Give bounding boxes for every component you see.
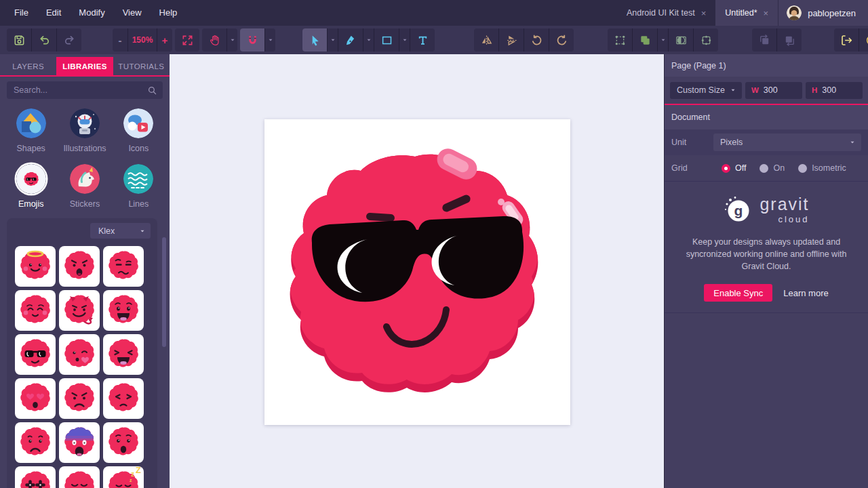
unit-select[interactable]: Pixels <box>713 134 861 151</box>
emoji-content[interactable] <box>15 290 56 331</box>
duplicate-down-button <box>776 28 802 52</box>
present-button[interactable] <box>859 28 868 52</box>
workspace: LAYERSLIBRARIESTUTORIALS ShapesIllustrat… <box>0 54 868 488</box>
zoom-in-button[interactable]: + <box>157 28 172 52</box>
menu-file[interactable]: File <box>5 0 37 26</box>
height-field[interactable]: H 300 <box>806 82 863 99</box>
union-dropdown[interactable] <box>657 28 668 52</box>
hand-dropdown[interactable] <box>226 28 237 52</box>
emoji-angry[interactable] <box>59 378 100 419</box>
mask-icon <box>675 34 688 47</box>
flip-vertical-button[interactable] <box>498 28 524 52</box>
emoji-sad[interactable] <box>15 422 56 463</box>
icons-category-icon <box>123 108 153 138</box>
emoji-laughing[interactable] <box>103 290 144 331</box>
tab-libraries[interactable]: LIBRARIES <box>56 57 113 75</box>
grid-option-isometric[interactable]: Isometric <box>798 163 846 173</box>
canvas-area[interactable] <box>170 54 664 488</box>
flip-horizontal-button[interactable] <box>474 28 498 52</box>
flip-horizontal-icon <box>480 34 493 47</box>
document-tab-1[interactable]: Android UI Kit test× <box>617 0 715 26</box>
undo-button[interactable] <box>31 28 56 52</box>
weld-button[interactable] <box>693 28 718 52</box>
rotate-ccw-icon <box>530 34 543 47</box>
emoji-illustration[interactable] <box>264 119 570 425</box>
fit-canvas-button[interactable] <box>175 28 199 52</box>
mask-button[interactable] <box>668 28 693 52</box>
emoji-star-eyes-graphic <box>15 466 56 488</box>
library-category-illustrations[interactable]: Illustrations <box>58 104 111 157</box>
grid-label: Grid <box>671 163 713 173</box>
collection-dropdown[interactable]: Klex <box>90 223 151 239</box>
grid-option-off[interactable]: Off <box>722 163 746 173</box>
emoji-squinting-graphic <box>59 466 100 488</box>
rotate-ccw-button[interactable] <box>524 28 549 52</box>
menu-help[interactable]: Help <box>151 0 186 26</box>
tab-close-icon[interactable]: × <box>701 9 707 18</box>
save-button[interactable] <box>7 28 31 52</box>
emoji-content-graphic <box>15 290 56 331</box>
search-input[interactable] <box>12 85 147 96</box>
magnet-dropdown[interactable] <box>264 28 275 52</box>
emoji-heart-eyes[interactable] <box>15 378 56 419</box>
user-account[interactable]: pablopetzen <box>778 0 868 26</box>
library-category-stickers[interactable]: Stickers <box>58 160 111 213</box>
emoji-kissing[interactable] <box>59 334 100 375</box>
pointer-dropdown[interactable] <box>327 28 338 52</box>
rectangle-icon <box>380 34 393 47</box>
library-category-emojis[interactable]: Emojis <box>4 160 58 213</box>
pointer-button[interactable] <box>302 28 327 52</box>
menu-modify[interactable]: Modify <box>70 0 113 26</box>
tab-close-icon[interactable]: × <box>764 9 769 18</box>
library-search[interactable] <box>7 81 163 99</box>
panel-scrollbar-thumb[interactable] <box>162 237 166 347</box>
export-button[interactable] <box>834 28 859 52</box>
emoji-surprised[interactable] <box>103 422 144 463</box>
emoji-devil[interactable] <box>59 290 100 331</box>
emoji-screaming[interactable] <box>59 422 100 463</box>
library-category-lines[interactable]: Lines <box>112 160 165 213</box>
menu-edit[interactable]: Edit <box>37 0 70 26</box>
page-section-header[interactable]: Page (Page 1) <box>665 54 868 77</box>
emoji-shouting[interactable] <box>59 246 100 287</box>
menu-view[interactable]: View <box>114 0 151 26</box>
emoji-pained[interactable] <box>103 378 144 419</box>
union-button[interactable] <box>632 28 657 52</box>
tab-tutorials[interactable]: TUTORIALS <box>113 57 170 75</box>
emoji-cool[interactable] <box>15 334 56 375</box>
zoom-out-button[interactable]: - <box>113 28 127 52</box>
emoji-squint-laugh[interactable] <box>103 334 144 375</box>
grid-option-on[interactable]: On <box>760 163 785 173</box>
text-button[interactable] <box>410 28 435 52</box>
document-tab-2[interactable]: Untitled*× <box>715 0 778 26</box>
toolbar-group-pan <box>202 28 237 52</box>
tab-layers[interactable]: LAYERS <box>0 57 56 75</box>
weld-icon <box>700 34 713 47</box>
emoji-skeptical[interactable] <box>103 246 144 287</box>
emoji-grid: zZz <box>15 246 144 488</box>
app-menu: FileEditModifyViewHelp <box>0 0 186 26</box>
rectangle-dropdown[interactable] <box>399 28 410 52</box>
transform-button[interactable] <box>608 28 632 52</box>
learn-more-link[interactable]: Learn more <box>783 288 828 298</box>
emoji-star-eyes[interactable] <box>15 466 56 488</box>
artboard[interactable] <box>264 119 570 425</box>
emoji-screaming-graphic <box>59 422 100 463</box>
size-preset-select[interactable]: Custom Size <box>670 82 742 99</box>
library-category-shapes[interactable]: Shapes <box>4 104 58 157</box>
redo-icon <box>63 34 76 47</box>
width-field[interactable]: W 300 <box>745 82 802 99</box>
pen-dropdown[interactable] <box>363 28 374 52</box>
magnet-button[interactable] <box>240 28 264 52</box>
hand-button[interactable] <box>202 28 226 52</box>
emoji-angel[interactable] <box>15 246 56 287</box>
pen-button[interactable] <box>338 28 363 52</box>
emoji-squinting[interactable] <box>59 466 100 488</box>
enable-sync-button[interactable]: Enable Sync <box>704 284 772 302</box>
library-category-icons[interactable]: Icons <box>112 104 165 157</box>
document-section-header[interactable]: Document <box>665 105 868 129</box>
rotate-cw-button[interactable] <box>549 28 574 52</box>
emoji-sleeping[interactable]: zZz <box>103 466 144 488</box>
size-preset-value: Custom Size <box>677 85 725 95</box>
rectangle-button[interactable] <box>374 28 399 52</box>
